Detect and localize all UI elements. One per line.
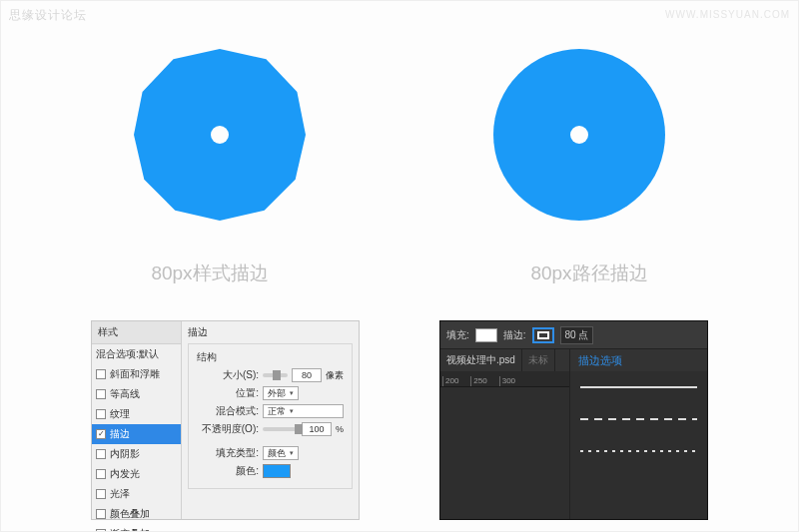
stroke-style-dotted[interactable] xyxy=(570,435,707,467)
caption-left: 80px样式描边 xyxy=(110,261,310,286)
style-item-label: 内发光 xyxy=(110,467,140,481)
position-value: 外部 xyxy=(268,387,286,400)
size-slider[interactable] xyxy=(263,373,288,377)
polygon-donut-shape xyxy=(134,49,306,221)
position-label: 位置: xyxy=(197,386,259,400)
solid-line-icon xyxy=(580,386,697,388)
circle-donut-shape xyxy=(493,49,665,221)
style-item-label: 颜色叠加 xyxy=(110,507,150,521)
stroke-style-dashed[interactable] xyxy=(570,403,707,435)
options-bar: 填充: 描边: 80 点 xyxy=(440,321,707,349)
donut-hole xyxy=(211,126,229,144)
color-swatch[interactable] xyxy=(263,464,291,478)
fill-swatch[interactable] xyxy=(475,328,497,342)
blend-options-row[interactable]: 混合选项:默认 xyxy=(92,344,181,364)
donut-hole xyxy=(570,126,588,144)
checkbox[interactable] xyxy=(96,509,106,519)
size-unit: 像素 xyxy=(326,369,344,382)
watermark-right: WWW.MISSYUAN.COM xyxy=(665,9,790,20)
style-item-label: 纹理 xyxy=(110,407,130,421)
style-list-header: 样式 xyxy=(92,321,181,344)
style-item-bevel[interactable]: 斜面和浮雕 xyxy=(92,364,181,384)
slider-thumb[interactable] xyxy=(295,424,303,434)
watermark-left: 思缘设计论坛 xyxy=(9,7,87,24)
figure-left xyxy=(130,49,310,249)
document-tab-active[interactable]: 视频处理中.psd xyxy=(440,349,522,371)
dotted-line-icon xyxy=(580,450,697,452)
style-item-color-overlay[interactable]: 颜色叠加 xyxy=(92,504,181,524)
chevron-down-icon: ▾ xyxy=(290,389,294,397)
stroke-size-input[interactable]: 80 点 xyxy=(560,326,594,344)
style-item-label: 光泽 xyxy=(110,487,130,501)
panels-row: 样式 混合选项:默认 斜面和浮雕 等高线 纹理 描边 内阴影 内发光 光泽 颜色… xyxy=(1,320,798,520)
chevron-down-icon: ▾ xyxy=(290,449,294,457)
color-label: 颜色: xyxy=(197,464,259,478)
chevron-down-icon: ▾ xyxy=(290,407,294,415)
filltype-label: 填充类型: xyxy=(197,446,259,460)
dashed-line-icon xyxy=(580,418,697,420)
caption-right: 80px路径描边 xyxy=(489,261,689,286)
checkbox[interactable] xyxy=(96,489,106,499)
checkbox[interactable] xyxy=(96,469,106,479)
settings-title: 描边 xyxy=(188,325,353,339)
size-row: 大小(S): 80 像素 xyxy=(197,368,344,382)
style-item-label: 等高线 xyxy=(110,387,140,401)
checkbox[interactable] xyxy=(96,449,106,459)
document-tabs: 视频处理中.psd 未标 xyxy=(440,349,569,371)
style-list-column: 样式 混合选项:默认 斜面和浮雕 等高线 纹理 描边 内阴影 内发光 光泽 颜色… xyxy=(92,321,182,519)
structure-group: 结构 大小(S): 80 像素 位置: 外部▾ 混合模式: 正常▾ 不透明度(O… xyxy=(188,343,353,489)
ruler-tick: 250 xyxy=(470,376,486,386)
style-item-inner-shadow[interactable]: 内阴影 xyxy=(92,444,181,464)
style-item-label: 内阴影 xyxy=(110,447,140,461)
panel-body: 视频处理中.psd 未标 200 250 300 描边选项 xyxy=(440,349,707,519)
stroke-label: 描边: xyxy=(503,328,526,342)
checkbox[interactable] xyxy=(96,409,106,419)
path-stroke-panel: 填充: 描边: 80 点 视频处理中.psd 未标 200 250 300 描边 xyxy=(439,320,708,520)
figure-right xyxy=(489,49,669,249)
opacity-label: 不透明度(O): xyxy=(197,422,259,436)
stroke-rect-icon xyxy=(537,331,549,339)
document-area: 视频处理中.psd 未标 200 250 300 xyxy=(440,349,570,519)
filltype-select[interactable]: 颜色▾ xyxy=(263,446,299,460)
style-item-contour[interactable]: 等高线 xyxy=(92,384,181,404)
filltype-row: 填充类型: 颜色▾ xyxy=(197,446,344,460)
opacity-row: 不透明度(O): 100 % xyxy=(197,422,344,436)
layer-style-panel: 样式 混合选项:默认 斜面和浮雕 等高线 纹理 描边 内阴影 内发光 光泽 颜色… xyxy=(91,320,360,520)
blend-label: 混合模式: xyxy=(197,404,259,418)
style-item-stroke[interactable]: 描边 xyxy=(92,424,181,444)
style-item-label: 渐变叠加 xyxy=(110,527,150,532)
opacity-input[interactable]: 100 xyxy=(302,422,332,436)
stroke-type-button[interactable] xyxy=(532,327,554,343)
filltype-value: 颜色 xyxy=(268,447,286,460)
checkbox[interactable] xyxy=(96,389,106,399)
style-item-texture[interactable]: 纹理 xyxy=(92,404,181,424)
fill-label: 填充: xyxy=(446,328,469,342)
slider-thumb[interactable] xyxy=(273,370,281,380)
opacity-slider[interactable] xyxy=(263,427,298,431)
position-row: 位置: 外部▾ xyxy=(197,386,344,400)
checkbox-checked[interactable] xyxy=(96,429,106,439)
ruler-tick: 200 xyxy=(442,376,458,386)
color-row: 颜色: xyxy=(197,464,344,478)
stroke-style-solid[interactable] xyxy=(570,371,707,403)
stroke-options-popover: 描边选项 xyxy=(570,349,707,519)
checkbox[interactable] xyxy=(96,369,106,379)
blend-select[interactable]: 正常▾ xyxy=(263,404,344,418)
document-tab-inactive[interactable]: 未标 xyxy=(522,349,555,371)
blend-row: 混合模式: 正常▾ xyxy=(197,404,344,418)
size-input[interactable]: 80 xyxy=(292,368,322,382)
ruler-tick: 300 xyxy=(499,376,515,386)
opacity-unit: % xyxy=(336,424,344,434)
position-select[interactable]: 外部▾ xyxy=(263,386,299,400)
style-item-label: 描边 xyxy=(110,427,130,441)
style-item-inner-glow[interactable]: 内发光 xyxy=(92,464,181,484)
group-title: 结构 xyxy=(197,350,344,364)
style-item-satin[interactable]: 光泽 xyxy=(92,484,181,504)
blend-value: 正常 xyxy=(268,405,286,418)
figures-row xyxy=(1,49,798,249)
style-item-gradient-overlay[interactable]: 渐变叠加 xyxy=(92,524,181,532)
ruler: 200 250 300 xyxy=(440,371,569,387)
blend-options-label: 混合选项:默认 xyxy=(96,347,159,361)
captions-row: 80px样式描边 80px路径描边 xyxy=(1,261,798,286)
style-item-label: 斜面和浮雕 xyxy=(110,367,160,381)
